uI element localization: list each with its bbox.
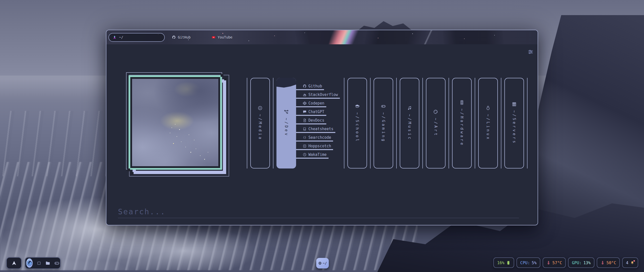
book-media[interactable]: ~/Media [250, 78, 270, 168]
shelf-divider-line [396, 78, 397, 168]
book-art[interactable]: ~/Art [426, 78, 446, 168]
dev-link-hoppscotch[interactable]: Hoppscotch [296, 144, 333, 150]
tab-home[interactable]: ~/ [108, 33, 165, 42]
servers-icon [512, 102, 517, 107]
gamepad-icon [381, 104, 386, 109]
app-launcher-button[interactable] [6, 257, 22, 269]
stat-chip[interactable]: GPU:13% [568, 257, 594, 268]
dev-link-label: Github [308, 84, 322, 88]
gamepad-icon [54, 260, 60, 266]
book-label: ~/Art [433, 118, 438, 137]
book-servers[interactable]: ~/Servers [504, 78, 524, 168]
dev-link-devdocs[interactable]: DevDocs [296, 118, 326, 124]
resize-handle[interactable] [224, 78, 227, 80]
dev-link-label: DevDocs [308, 118, 324, 123]
system-stats: 16%CPU:5%57°CGPU:13%50°C4 [493, 257, 638, 268]
dev-link-chatgpt[interactable]: ChatGPT [296, 110, 326, 116]
braces-icon: {} [303, 135, 307, 140]
tux-icon [486, 106, 491, 111]
tab-youtube-label: YouTube [218, 35, 232, 39]
dev-link-label: ChatGPT [308, 110, 324, 114]
dev-link-stackoverflow[interactable]: StackOverflow [296, 92, 340, 99]
book-gaming[interactable]: ~/Gaming [374, 78, 393, 168]
tab-youtube[interactable]: YouTube [208, 30, 236, 44]
dev-link-label: Hoppscotch [308, 144, 331, 148]
stat-text: 50°C [607, 260, 616, 265]
dev-link-searchcode[interactable]: {}Searchcode [296, 135, 333, 142]
stat-text: 4 [626, 260, 628, 265]
stat-chip[interactable]: 50°C [597, 257, 620, 268]
book-music[interactable]: ~/Music [400, 78, 419, 168]
music-icon [407, 106, 412, 111]
book-hardware[interactable]: ~/Hardware [452, 78, 472, 168]
ram-icon [506, 261, 510, 265]
dev-link-label: Searchcode [308, 135, 331, 140]
palette-icon [433, 109, 438, 114]
shelf-divider-line [449, 78, 449, 168]
shelf-divider-line [273, 78, 273, 168]
stat-text: 5% [532, 260, 537, 265]
book-label: ~/Servers [512, 110, 516, 144]
search-input[interactable] [118, 206, 519, 218]
shelf-divider-line [370, 78, 371, 168]
firefox-app-button[interactable] [26, 258, 33, 268]
dev-link-wakatime[interactable]: WakaTime [296, 152, 329, 159]
tab-github[interactable]: GitHub [168, 30, 206, 44]
resize-handle[interactable] [221, 74, 223, 77]
dev-links-list: GithubStackOverflowCodepenChatGPTDevDocs… [296, 84, 340, 161]
artwork-teal-frame [129, 75, 222, 170]
hoppscotch-icon [303, 144, 307, 148]
resize-handle[interactable] [127, 168, 130, 171]
bookshelf: ~/Media~/DevGithubStackOverflowCodepenCh… [247, 78, 528, 168]
thermometer-icon [600, 261, 605, 265]
thermometer-icon [546, 261, 551, 265]
active-window-label: ~/ [323, 261, 327, 265]
codepen-icon [303, 101, 307, 105]
active-window-button[interactable]: ~/ [316, 258, 329, 268]
dev-link-codepen[interactable]: Codepen [296, 101, 326, 107]
settings-button[interactable] [527, 48, 535, 56]
stat-text: GPU: [572, 260, 582, 265]
book-dev[interactable]: ~/Dev [276, 78, 296, 168]
dev-link-github[interactable]: Github [296, 84, 324, 90]
dev-link-label: Cheatsheets [308, 127, 333, 131]
launcher-arrow-icon [11, 260, 17, 266]
firefox-icon [26, 260, 33, 266]
book-icon [303, 127, 307, 131]
dev-link-cheatsheets[interactable]: Cheatsheets [296, 127, 335, 133]
book-label: ~/Media [258, 114, 262, 141]
workspace-button[interactable] [37, 261, 41, 266]
workspace-square-icon [37, 261, 41, 265]
games-app-button[interactable] [54, 261, 59, 266]
git-branch-icon [284, 109, 289, 114]
sliders-icon [527, 49, 534, 55]
graduation-icon [355, 104, 360, 109]
book-label: ~/Linux [486, 114, 490, 141]
open-book-group: ~/DevGithubStackOverflowCodepenChatGPTDe… [276, 78, 341, 168]
book-linux[interactable]: ~/Linux [478, 78, 498, 168]
stat-text: 16% [497, 260, 504, 265]
stat-text: CPU: [520, 260, 530, 265]
youtube-icon [212, 35, 216, 39]
stat-chip[interactable]: 57°C [543, 257, 566, 268]
stat-chip[interactable]: CPU:5% [516, 257, 540, 268]
desktop: ~/ GitHub YouTube [0, 0, 644, 272]
book-label: ~/Dev [284, 118, 289, 137]
folder-icon [45, 261, 50, 266]
play-circle-icon [258, 106, 263, 111]
globe-icon [318, 261, 322, 265]
resize-handle[interactable] [131, 172, 134, 175]
shelf-divider-line [475, 78, 475, 168]
github-icon [172, 35, 176, 39]
files-app-button[interactable] [45, 261, 50, 266]
book-label: ~/School [355, 112, 359, 143]
stat-chip[interactable]: 4 [622, 257, 638, 268]
tab-github-label: GitHub [178, 35, 191, 39]
browser-window: ~/ GitHub YouTube [106, 30, 538, 225]
book-school[interactable]: ~/School [347, 78, 367, 168]
stat-chip[interactable]: 16% [493, 257, 514, 268]
tab-strip: ~/ GitHub YouTube [106, 30, 538, 44]
browser-tabbar: ~/ GitHub YouTube [106, 30, 538, 44]
stat-text: 13% [583, 260, 591, 265]
book-label: ~/Music [407, 114, 412, 141]
